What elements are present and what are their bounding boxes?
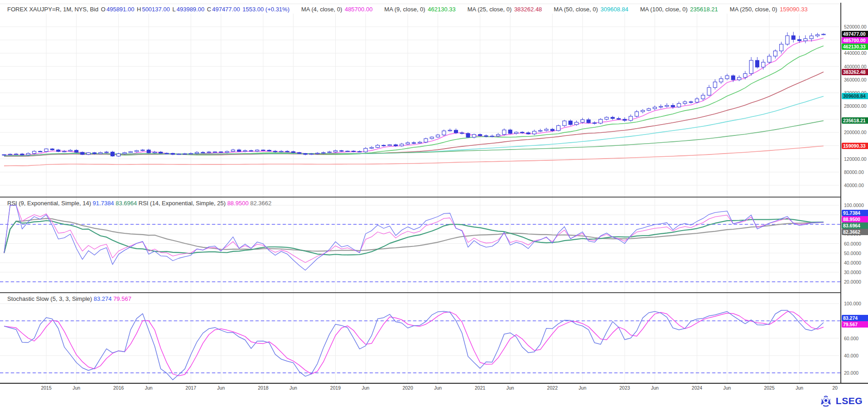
legend-text-run: 500137.00 — [142, 6, 171, 13]
candles-layer — [2, 32, 825, 157]
value-axis-badge: 159090.33 — [842, 143, 868, 149]
value-axis-badge: 79.567 — [842, 321, 868, 328]
axis-tick-label: 440000.00 — [844, 50, 867, 56]
time-axis-month-label: Jun — [289, 385, 297, 391]
axis-tick-label: 100.0000 — [844, 203, 864, 208]
axis-tick-label: 400000.00 — [844, 64, 867, 69]
legend-text-run: O — [101, 6, 106, 13]
value-axis-badge: 91.7384 — [842, 210, 868, 216]
value-axis-badge: 462130.33 — [842, 43, 868, 50]
axis-tick-label: 40.000 — [844, 353, 858, 358]
price-grid — [0, 14, 841, 197]
value-axis-badge: 235618.21 — [842, 117, 868, 124]
axis-tick-label: 20.0000 — [844, 279, 861, 285]
axis-tick-label: 80000.00 — [844, 169, 864, 175]
axis-tick-label: 40000.00 — [844, 183, 864, 188]
axis-tick-label: 60.000 — [844, 336, 858, 341]
rsi-legend-run: 82.3662 — [250, 200, 271, 207]
time-axis-border — [0, 383, 868, 384]
time-axis-year-label: 2018 — [258, 385, 268, 391]
value-axis-column[interactable]: 520000.00440000.00400000.00360000.003200… — [841, 0, 868, 383]
rsi-chart[interactable] — [0, 198, 841, 292]
ma-legend-label: MA (250, close, 0) — [730, 6, 779, 13]
value-axis-badge: 485700.00 — [842, 37, 868, 43]
time-axis-month-label: Jun — [72, 385, 80, 391]
value-axis-badge: 82.3662 — [842, 229, 868, 235]
time-axis-month-label: Jun — [217, 385, 225, 391]
ma-legend-value: 485700.00 — [345, 6, 372, 13]
rsi-indicator-legend: RSI (9, Exponential, Simple, 14) 91.7384… — [7, 200, 271, 207]
stochastic-panel[interactable] — [0, 293, 841, 383]
ma-lines-layer — [4, 38, 824, 166]
axis-tick-label: 520000.00 — [844, 24, 867, 29]
ma-legend-label: MA (100, close, 0) — [640, 6, 689, 13]
legend-text-run: C — [207, 6, 211, 13]
legend-text-run: 497477.00 — [212, 6, 241, 13]
time-axis-year-label: 2017 — [186, 385, 196, 391]
value-axis-badge: 83.274 — [842, 315, 868, 321]
rsi-legend-run: 91.7384 — [93, 200, 116, 207]
time-axis-month-label: Jun — [362, 385, 370, 391]
ma-legend-label: MA (4, close, 0) — [301, 6, 344, 13]
ma-legend-value: 159090.33 — [780, 6, 807, 13]
rsi-panel[interactable] — [0, 198, 841, 292]
rsi-legend-run: RSI (9, Exponential, Simple, 14) — [7, 200, 93, 207]
rsi-legend-run: RSI (14, Exponential, Simple, 25) — [137, 200, 227, 207]
instrument-legend: FOREX XAUJPY=R, 1M, NYS, Bid O495891.00 … — [7, 5, 832, 14]
stochastic-indicator-legend: Stochastic Slow (5, 3, 3, Simple) 83.274… — [7, 295, 131, 302]
time-axis-year-label: 2021 — [475, 385, 485, 391]
legend-text-run: 495891.00 — [106, 6, 136, 13]
ma-legend-value: 309608.84 — [601, 6, 628, 13]
ma-legend-value: 383262.48 — [514, 6, 542, 13]
lseg-logo-text: LSEG — [836, 396, 863, 406]
stochastic-grid — [0, 293, 841, 383]
axis-tick-label: 120000.00 — [844, 156, 867, 162]
legend-text-run: FOREX XAUJPY=R, 1M, NYS, Bid — [7, 6, 100, 13]
axis-tick-label: 360000.00 — [844, 77, 867, 82]
ma-legend-value: 462130.33 — [428, 6, 455, 13]
legend-text-run: 1553.00 (+0.31%) — [242, 6, 289, 13]
price-panel[interactable] — [0, 14, 841, 197]
rsi-grid — [0, 198, 841, 292]
ma-legend-value: 235618.21 — [690, 6, 718, 13]
axis-tick-label: 30.0000 — [844, 270, 861, 275]
lseg-crest-icon — [819, 395, 833, 407]
stochastic-legend-run: Stochastic Slow (5, 3, 3, Simple) — [7, 295, 94, 302]
stochastic-chart[interactable] — [0, 293, 841, 383]
time-axis-year-label: 20 — [832, 385, 838, 391]
axis-tick-label: 40.0000 — [844, 260, 861, 265]
time-axis-year-label: 2016 — [113, 385, 124, 391]
window-top-border — [0, 4, 868, 4]
ma-legend-label: MA (50, close, 0) — [554, 6, 599, 13]
time-axis-month-label: Jun — [796, 385, 803, 391]
value-axis-badge: 497477.00 — [842, 31, 868, 37]
axis-tick-label: 20.000 — [844, 370, 858, 376]
time-axis-year-label: 2023 — [619, 385, 630, 391]
value-axis-badge: 383262.48 — [842, 69, 868, 75]
axis-tick-label: 60.0000 — [844, 241, 861, 246]
ma-legend-label: MA (9, close, 0) — [384, 6, 427, 13]
time-axis-month-label: Jun — [579, 385, 586, 391]
value-axis-badge: 88.9500 — [842, 216, 868, 222]
time-axis-month-label: Jun — [506, 385, 514, 391]
time-axis-year-label: 2025 — [764, 385, 774, 391]
axis-tick-label: 50.0000 — [844, 251, 861, 256]
legend-text-run: L — [172, 6, 175, 13]
value-axis-badge: 309608.84 — [842, 93, 868, 99]
time-axis[interactable]: 2015Jun2016Jun2017Jun2018Jun2019Jun2020J… — [0, 385, 841, 393]
time-axis-month-label: Jun — [723, 385, 731, 391]
time-axis-year-label: 2024 — [692, 385, 702, 391]
price-chart[interactable] — [0, 14, 841, 197]
chart-window: FOREX XAUJPY=R, 1M, NYS, Bid O495891.00 … — [0, 0, 868, 410]
ma-legend-label: MA (25, close, 0) — [468, 6, 513, 13]
time-axis-month-label: Jun — [145, 385, 153, 391]
axis-tick-label: 200000.00 — [844, 130, 867, 135]
time-axis-year-label: 2022 — [547, 385, 558, 391]
rsi-legend-run: 83.6964 — [116, 200, 137, 207]
time-axis-month-label: Jun — [651, 385, 659, 391]
legend-text-run: H — [137, 6, 141, 13]
stochastic-legend-run: 79.567 — [113, 295, 131, 302]
time-axis-year-label: 2019 — [330, 385, 341, 391]
stochastic-legend-run: 83.274 — [94, 295, 113, 302]
value-axis-badge: 83.6964 — [842, 222, 868, 229]
